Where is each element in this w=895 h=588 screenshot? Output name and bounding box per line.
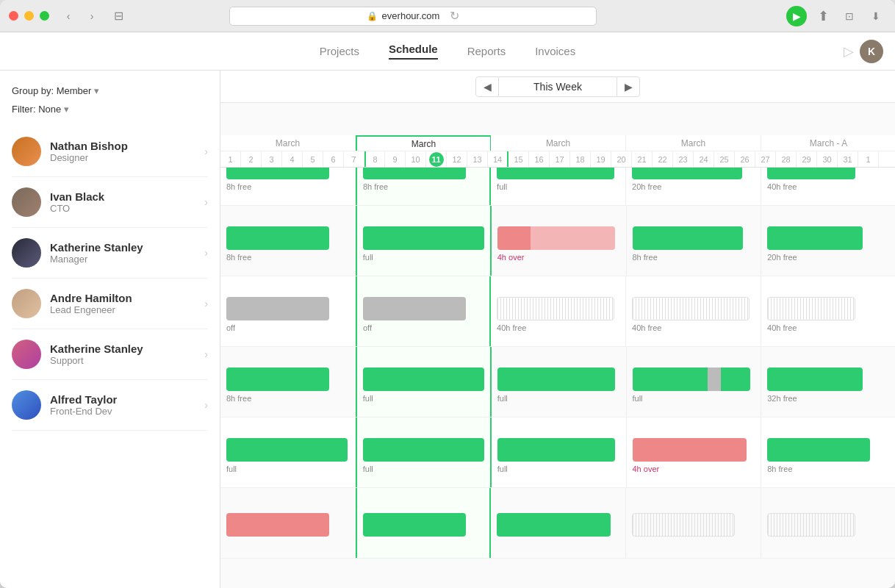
notification-icon[interactable]: ▷ (844, 43, 854, 60)
schedule-block: 8h free (627, 206, 762, 276)
group-by-value: Member (57, 85, 92, 96)
day-cell: 30 (817, 151, 838, 167)
schedule-bar-mixed-gray (633, 368, 750, 391)
member-row[interactable]: Alfred Taylor Front-End Dev › (12, 380, 208, 431)
group-by-label: Group by: (12, 85, 54, 96)
maximize-button[interactable] (40, 11, 49, 21)
fullscreen-button[interactable]: ⊡ (839, 6, 860, 26)
group-by-control[interactable]: Group by: Member ▾ (12, 85, 208, 96)
schedule-row-andre: 8h free full full (220, 347, 895, 417)
schedule-block-current (356, 488, 491, 558)
share-button[interactable]: ⬆ (813, 6, 833, 26)
schedule-bar-green (497, 438, 615, 462)
member-row[interactable]: Ivan Black CTO › (12, 177, 208, 228)
schedule-label: 32h free (767, 394, 890, 403)
schedule-block: full (220, 417, 356, 487)
member-name: Alfred Taylor (50, 393, 204, 406)
day-cell: 24 (694, 151, 714, 167)
day-cell: 17 (550, 151, 570, 167)
member-row[interactable]: Katherine Stanley Support › (12, 329, 208, 380)
schedule-block: 40h free (761, 276, 895, 346)
schedule-label: full (633, 394, 755, 403)
day-cell: 14 (488, 151, 508, 167)
main-nav: Projects Schedule Reports Invoices ▷ K (0, 32, 895, 71)
schedule-label-over: 4h over (497, 253, 620, 262)
schedule-bar-green (226, 226, 329, 250)
group-by-arrow: ▾ (94, 85, 99, 96)
day-cell: 20 (611, 151, 632, 167)
avatar (12, 390, 41, 420)
minimize-button[interactable] (24, 11, 34, 21)
member-role: Manager (50, 254, 204, 265)
schedule-bar-empty (632, 513, 735, 537)
member-role: Designer (50, 152, 204, 163)
close-button[interactable] (9, 11, 18, 21)
lock-icon: 🔒 (367, 11, 378, 21)
member-row[interactable]: Andre Hamilton Lead Engeneer › (12, 279, 208, 329)
day-cell: 8 (364, 151, 385, 167)
member-row[interactable]: Katherine Stanley Manager › (12, 228, 208, 279)
reload-icon[interactable]: ↻ (450, 9, 459, 23)
month-cell: March - A (761, 135, 895, 151)
day-cell: 21 (632, 151, 653, 167)
schedule-row-alfred (220, 488, 895, 559)
nav-invoices[interactable]: Invoices (535, 45, 575, 57)
day-cell: 16 (529, 151, 550, 167)
day-cell: 1 (858, 151, 879, 167)
member-info: Nathan Bishop Designer (50, 140, 204, 163)
schedule-bar-empty (767, 513, 855, 537)
member-name: Ivan Black (50, 190, 204, 203)
nav-projects[interactable]: Projects (320, 45, 359, 57)
day-cell: 6 (323, 151, 344, 167)
day-cell: 1 (220, 151, 241, 167)
url-bar[interactable]: 🔒 everhour.com ↻ (229, 7, 597, 26)
back-button[interactable]: ‹ (58, 8, 79, 24)
schedule-bar-green (363, 438, 484, 462)
schedule-bar-mixed (497, 226, 615, 250)
prev-week-button[interactable]: ◀ (475, 76, 499, 97)
day-cell: 7 (344, 151, 364, 167)
calendar-area: ◀ This Week ▶ March March March March Ma… (220, 71, 895, 588)
window: ‹ › ⊟ 🔒 everhour.com ↻ ▶ ⬆ ⊡ ⬇ Projects … (0, 0, 895, 588)
schedule-label: off (226, 323, 349, 332)
member-name: Katherine Stanley (50, 241, 204, 254)
calendar-scroll[interactable]: March March March March March - A 1 2 3 … (220, 103, 895, 559)
schedule-bar-empty (632, 297, 750, 320)
titlebar: ‹ › ⊟ 🔒 everhour.com ↻ ▶ ⬆ ⊡ ⬇ (0, 0, 895, 32)
schedule-block (491, 488, 626, 558)
member-name: Andre Hamilton (50, 292, 204, 304)
day-cell: 18 (570, 151, 591, 167)
forward-button[interactable]: › (82, 8, 102, 24)
schedule-block: 8h free (220, 347, 356, 417)
schedule-block (761, 488, 895, 558)
schedule-bar-green (226, 368, 329, 391)
sidebar-toggle-button[interactable]: ⊟ (108, 8, 129, 24)
avatar (12, 289, 41, 318)
day-cell: 26 (735, 151, 755, 167)
schedule-block: 20h free (761, 206, 895, 276)
schedule-block: full (492, 417, 627, 487)
next-week-button[interactable]: ▶ (617, 76, 640, 97)
user-avatar[interactable]: K (860, 40, 883, 63)
schedule-label: 20h free (632, 182, 755, 191)
month-cell: March (491, 135, 626, 151)
schedule-block: full (492, 347, 627, 417)
nav-reports[interactable]: Reports (467, 45, 506, 57)
sidebar: Group by: Member ▾ Filter: None ▾ Nathan… (0, 71, 220, 588)
filter-control[interactable]: Filter: None ▾ (12, 104, 208, 115)
filter-label: Filter: (12, 104, 36, 115)
filter-value: None (38, 104, 61, 115)
download-button[interactable]: ⬇ (866, 6, 886, 26)
nav-schedule[interactable]: Schedule (389, 43, 438, 60)
member-row[interactable]: Nathan Bishop Designer › (12, 126, 208, 177)
play-button[interactable]: ▶ (786, 6, 807, 26)
schedule-block: 4h over (492, 206, 627, 276)
schedule-label: 8h free (226, 182, 349, 191)
schedule-block (626, 488, 761, 558)
schedule-block: 40h free (626, 276, 761, 346)
member-name: Katherine Stanley (50, 343, 204, 355)
schedule-row-katherine-m: off off 40h free (220, 276, 895, 347)
member-role: Lead Engeneer (50, 304, 204, 315)
schedule-bar-green (226, 438, 348, 462)
schedule-block: 32h free (761, 347, 895, 417)
